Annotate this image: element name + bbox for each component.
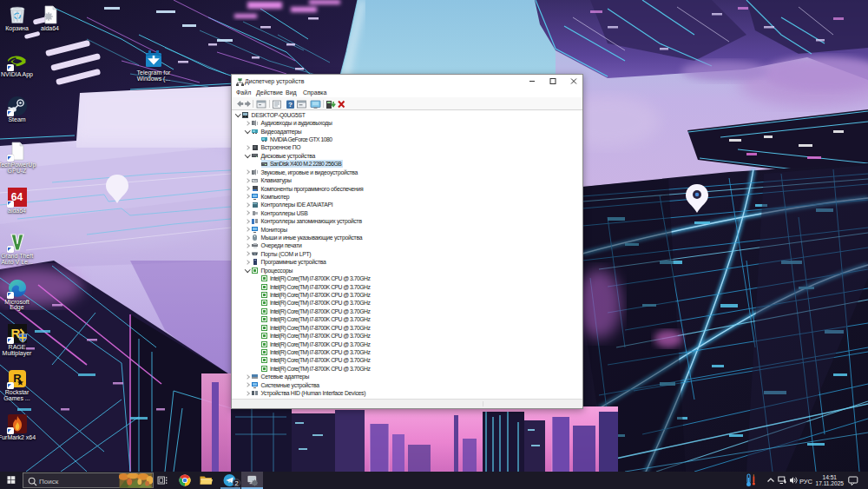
svg-text:?: ?: [288, 101, 293, 109]
svg-text:2: 2: [234, 479, 238, 487]
